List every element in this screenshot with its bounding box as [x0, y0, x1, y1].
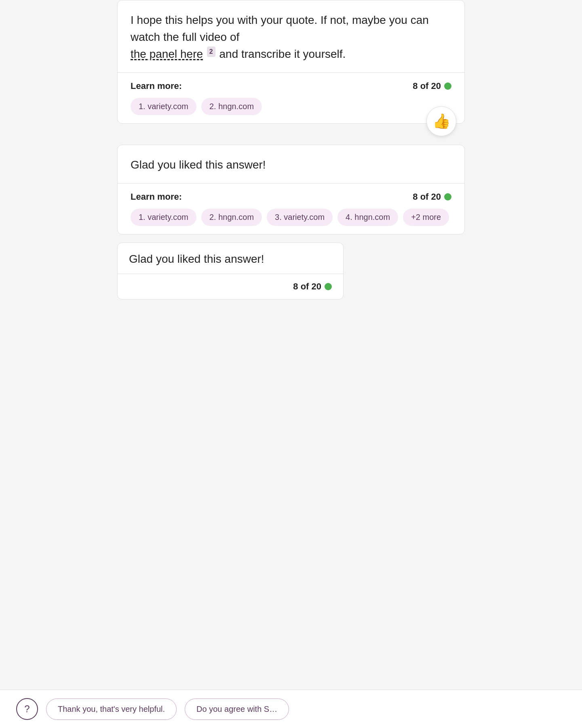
second-learn-more-label: Learn more:: [131, 192, 182, 202]
spacer: [117, 132, 465, 145]
second-footer-top-row: Learn more: 8 of 20: [131, 192, 451, 202]
second-green-dot-icon: [444, 193, 451, 200]
third-glad-card: Glad you liked this answer! 8 of 20: [117, 243, 344, 300]
second-source-count: 8 of 20: [413, 192, 451, 202]
suggestion-bar: ? Thank you, that's very helpful. Do you…: [0, 690, 582, 728]
second-glad-card: Glad you liked this answer! Learn more: …: [117, 145, 465, 234]
third-source-count: 8 of 20: [293, 281, 332, 292]
source-chip-2[interactable]: 2. hngn.com: [201, 98, 262, 115]
answer-text-part1: I hope this helps you with your quote. I…: [131, 14, 429, 43]
source-chip-more[interactable]: +2 more: [403, 209, 449, 226]
answer-text-part2: and transcribe it yourself.: [219, 48, 346, 60]
first-card-footer: Learn more: 8 of 20 1. variety.com 2. hn…: [118, 72, 464, 123]
learn-more-label: Learn more:: [131, 81, 182, 91]
green-dot-icon: [444, 82, 451, 90]
source-chip-1[interactable]: 1. variety.com: [131, 98, 196, 115]
first-answer-card: I hope this helps you with your quote. I…: [117, 0, 465, 124]
source-count: 8 of 20: [413, 81, 451, 91]
small-card-wrapper: Glad you liked this answer! 8 of 20: [117, 243, 465, 312]
source-chip-2-3[interactable]: 3. variety.com: [267, 209, 333, 226]
second-card-footer: Learn more: 8 of 20 1. variety.com 2. hn…: [118, 183, 464, 234]
footer-top-row: Learn more: 8 of 20: [131, 81, 451, 91]
thumbs-up-button[interactable]: 👍: [426, 106, 456, 136]
glad-text-2: Glad you liked this answer!: [118, 145, 464, 183]
sources-row-2: 1. variety.com 2. hngn.com 3. variety.co…: [131, 209, 451, 226]
source-chip-2-1[interactable]: 1. variety.com: [131, 209, 196, 226]
answer-text-block: I hope this helps you with your quote. I…: [118, 0, 464, 72]
source-chip-2-2[interactable]: 2. hngn.com: [201, 209, 262, 226]
suggestion-chip-2[interactable]: Do you agree with S…: [185, 698, 289, 720]
help-icon[interactable]: ?: [16, 698, 38, 720]
panel-link[interactable]: the panel here: [131, 48, 203, 60]
sources-row-1: 1. variety.com 2. hngn.com: [131, 98, 451, 115]
third-card-footer: 8 of 20: [118, 274, 343, 299]
third-green-dot-icon: [325, 283, 332, 290]
source-chip-2-4[interactable]: 4. hngn.com: [337, 209, 398, 226]
suggestion-chip-1[interactable]: Thank you, that's very helpful.: [46, 698, 177, 720]
glad-text-3: Glad you liked this answer!: [118, 243, 343, 274]
citation-badge[interactable]: 2: [207, 46, 215, 57]
